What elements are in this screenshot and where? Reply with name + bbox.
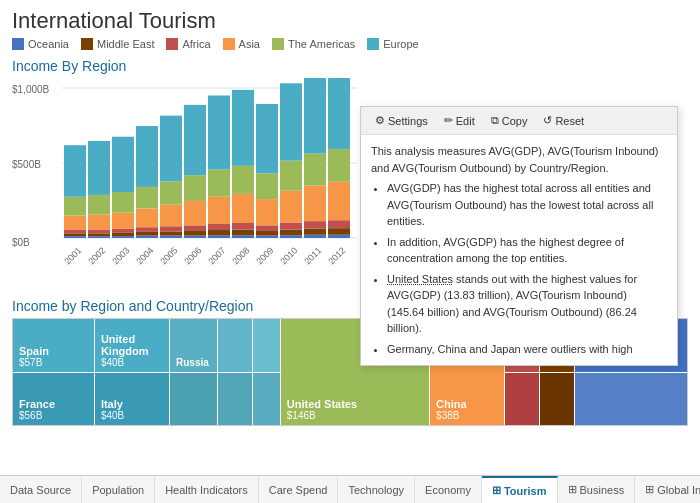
treemap-france[interactable]: France $56B xyxy=(13,373,94,426)
svg-rect-67 xyxy=(304,229,326,235)
treemap-africa2[interactable] xyxy=(505,373,539,426)
svg-rect-7 xyxy=(64,233,86,236)
tab-health-indicators[interactable]: Health Indicators xyxy=(155,476,259,503)
legend-color xyxy=(272,38,284,50)
svg-rect-22 xyxy=(112,192,134,213)
treemap-col-3: Russia xyxy=(170,319,217,425)
copy-button[interactable]: ⧉ Copy xyxy=(483,111,536,130)
svg-rect-42 xyxy=(208,235,230,238)
svg-rect-26 xyxy=(136,227,158,232)
svg-rect-49 xyxy=(232,230,254,236)
svg-rect-27 xyxy=(136,208,158,227)
svg-rect-14 xyxy=(88,230,110,234)
popup-toolbar: ⚙ Settings ✏ Edit ⧉ Copy ↺ Reset xyxy=(361,107,677,135)
svg-text:2012: 2012 xyxy=(326,245,347,266)
legend-color xyxy=(81,38,93,50)
svg-rect-20 xyxy=(112,229,134,233)
treemap-other-europe4[interactable] xyxy=(253,319,280,372)
legend-label: Asia xyxy=(239,38,260,50)
svg-rect-52 xyxy=(232,166,254,194)
treemap-oceania2[interactable] xyxy=(575,373,687,426)
svg-rect-45 xyxy=(208,197,230,224)
svg-rect-19 xyxy=(112,233,134,236)
treemap-other-europe3[interactable] xyxy=(218,373,252,426)
svg-rect-69 xyxy=(304,186,326,222)
svg-rect-38 xyxy=(184,225,206,231)
tab-label: Population xyxy=(92,484,144,496)
tab-global-indica---[interactable]: ⊞Global Indica... xyxy=(635,476,700,503)
treemap-italy[interactable]: Italy $40B xyxy=(95,373,169,426)
treemap-russia[interactable]: Russia xyxy=(170,319,217,372)
popup-bullet-0: AVG(GDP) has the highest total across al… xyxy=(387,180,667,230)
svg-rect-57 xyxy=(256,199,278,225)
treemap-mideast2[interactable] xyxy=(540,373,574,426)
svg-text:2009: 2009 xyxy=(254,245,275,266)
svg-rect-13 xyxy=(88,233,110,236)
svg-rect-59 xyxy=(256,104,278,173)
svg-rect-41 xyxy=(184,105,206,175)
legend: OceaniaMiddle EastAfricaAsiaThe Americas… xyxy=(12,38,688,50)
settings-icon: ⚙ xyxy=(375,114,385,127)
svg-rect-24 xyxy=(136,236,158,238)
legend-item-middle-east: Middle East xyxy=(81,38,154,50)
svg-rect-60 xyxy=(280,235,302,238)
svg-rect-39 xyxy=(184,201,206,225)
reset-button[interactable]: ↺ Reset xyxy=(535,111,592,130)
svg-rect-51 xyxy=(232,194,254,223)
edit-button[interactable]: ✏ Edit xyxy=(436,111,483,130)
chart-area: ⚙ Settings ✏ Edit ⧉ Copy ↺ Reset This an… xyxy=(0,78,700,298)
popup-bullets: AVG(GDP) has the highest total across al… xyxy=(371,180,667,357)
svg-rect-33 xyxy=(160,205,182,227)
tab-technology[interactable]: Technology xyxy=(338,476,415,503)
settings-label: Settings xyxy=(388,115,428,127)
treemap-spain[interactable]: Spain $57B xyxy=(13,319,94,372)
highlighted-entity: United States xyxy=(387,273,453,285)
tab-business[interactable]: ⊞Business xyxy=(558,476,636,503)
treemap-other-europe2[interactable] xyxy=(218,319,252,372)
svg-rect-56 xyxy=(256,225,278,231)
svg-rect-31 xyxy=(160,231,182,235)
tab-label: Tourism xyxy=(504,485,547,497)
svg-rect-11 xyxy=(64,145,86,197)
svg-rect-74 xyxy=(328,220,350,228)
svg-rect-71 xyxy=(304,78,326,154)
tab-economy[interactable]: Economy xyxy=(415,476,482,503)
legend-label: Middle East xyxy=(97,38,154,50)
svg-rect-18 xyxy=(112,236,134,238)
svg-text:2011: 2011 xyxy=(302,245,323,266)
tab-care-spend[interactable]: Care Spend xyxy=(259,476,339,503)
legend-color xyxy=(223,38,235,50)
svg-rect-65 xyxy=(280,83,302,160)
tab-label: Economy xyxy=(425,484,471,496)
tab-icon: ⊞ xyxy=(492,484,501,497)
svg-rect-64 xyxy=(280,161,302,191)
svg-text:2003: 2003 xyxy=(110,245,131,266)
svg-rect-62 xyxy=(280,223,302,230)
tab-population[interactable]: Population xyxy=(82,476,155,503)
treemap-uk[interactable]: United Kingdom $40B xyxy=(95,319,169,372)
svg-rect-15 xyxy=(88,215,110,230)
svg-rect-36 xyxy=(184,236,206,238)
popup-content: This analysis measures AVG(GDP), AVG(Tou… xyxy=(361,135,677,365)
settings-button[interactable]: ⚙ Settings xyxy=(367,111,436,130)
svg-rect-48 xyxy=(232,235,254,238)
treemap-col-2: United Kingdom $40B Italy $40B xyxy=(95,319,169,425)
svg-rect-70 xyxy=(304,154,326,186)
edit-icon: ✏ xyxy=(444,114,453,127)
tab-data-source[interactable]: Data Source xyxy=(0,476,82,503)
tab-label: Care Spend xyxy=(269,484,328,496)
svg-rect-25 xyxy=(136,232,158,236)
svg-text:2001: 2001 xyxy=(62,245,83,266)
tab-label: Global Indica... xyxy=(657,484,700,496)
edit-label: Edit xyxy=(456,115,475,127)
tab-tourism[interactable]: ⊞Tourism xyxy=(482,476,558,503)
svg-rect-35 xyxy=(160,116,182,182)
analysis-popup: ⚙ Settings ✏ Edit ⧉ Copy ↺ Reset This an… xyxy=(360,106,678,366)
treemap-other-europe5[interactable] xyxy=(253,373,280,426)
svg-rect-21 xyxy=(112,213,134,229)
treemap-other-europe1[interactable] xyxy=(170,373,217,426)
legend-label: Africa xyxy=(182,38,210,50)
svg-rect-58 xyxy=(256,173,278,199)
tab-label: Technology xyxy=(348,484,404,496)
svg-rect-63 xyxy=(280,191,302,223)
